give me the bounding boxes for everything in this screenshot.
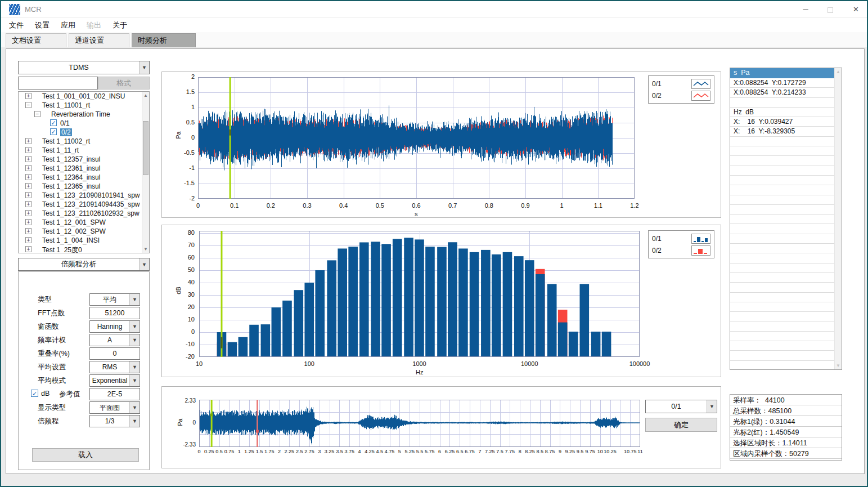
- file-tree[interactable]: +Test 1_001_001_002_INSU−Test 1_11001_rt…: [18, 91, 150, 253]
- field-select-1[interactable]: 平均▼: [89, 293, 140, 306]
- tree-item-2[interactable]: −Test 1_11001_rt: [19, 101, 149, 110]
- tab-3[interactable]: 时频分析: [132, 33, 196, 47]
- readout-row-30: [730, 361, 835, 370]
- x-tick-label: 6: [438, 449, 441, 454]
- expand-icon[interactable]: +: [25, 192, 32, 198]
- expand-icon[interactable]: +: [25, 183, 32, 189]
- expand-icon[interactable]: +: [25, 237, 32, 243]
- tree-checkbox[interactable]: ✓: [50, 128, 57, 135]
- menu-item-5[interactable]: 关于: [113, 20, 127, 30]
- readout-row-21: [730, 273, 835, 283]
- tab-2[interactable]: 通道设置: [69, 33, 129, 47]
- expand-icon[interactable]: +: [25, 165, 32, 171]
- expand-icon[interactable]: +: [25, 210, 32, 216]
- readout-scrollbar[interactable]: ▲ ▼: [834, 68, 842, 369]
- menu-item-2[interactable]: 设置: [35, 20, 50, 30]
- field-label-2: FFT点数: [38, 309, 65, 318]
- readout-row-27: [730, 332, 835, 341]
- expand-icon[interactable]: +: [25, 228, 32, 234]
- legend-item-2: 0/2: [652, 90, 710, 101]
- scroll-down-icon[interactable]: ▼: [835, 362, 842, 369]
- x-tick-label: 4.25: [365, 449, 375, 454]
- scroll-up-icon[interactable]: ▲: [835, 68, 842, 75]
- db-checkbox-label: dB: [41, 390, 50, 397]
- scroll-down-icon[interactable]: ▼: [142, 245, 149, 253]
- db-checkbox[interactable]: ✓: [31, 390, 38, 397]
- expand-icon[interactable]: +: [25, 147, 32, 153]
- tree-item-4[interactable]: ✓0/1: [19, 119, 149, 128]
- x-tick-label: 0: [196, 202, 200, 209]
- tree-item-13[interactable]: +Test 1_123_210914094435_spw: [19, 200, 149, 209]
- expand-icon[interactable]: +: [25, 174, 32, 180]
- x-tick-label: 10.25: [604, 449, 617, 454]
- tree-item-12[interactable]: +Test 1_123_210908101941_spw: [19, 191, 149, 200]
- tree-scrollbar[interactable]: ▲▼: [142, 92, 149, 253]
- field-select-9[interactable]: 平面图▼: [89, 401, 140, 414]
- tree-item-5[interactable]: ✓0/2: [19, 128, 149, 137]
- file-format-select[interactable]: TDMS ▼: [18, 61, 150, 74]
- tree-item-8[interactable]: +Test 1_12357_insul: [19, 155, 149, 164]
- scrollbar-thumb[interactable]: [143, 121, 149, 175]
- tree-item-18[interactable]: +Test 1_25度0: [19, 245, 149, 253]
- field-select-10[interactable]: 1/3▼: [89, 415, 140, 427]
- chevron-down-icon: ▼: [129, 321, 140, 332]
- load-button[interactable]: 载入: [32, 448, 139, 462]
- tree-item-10[interactable]: +Test 1_12364_insul: [19, 173, 149, 182]
- field-select-value: Hanning: [90, 323, 129, 330]
- maximize-button[interactable]: [818, 1, 843, 18]
- close-button[interactable]: ✕: [843, 1, 868, 18]
- expand-icon[interactable]: +: [25, 201, 32, 207]
- collapse-icon[interactable]: −: [34, 111, 41, 117]
- tree-item-14[interactable]: +Test 1_123_211026102932_spw: [19, 209, 149, 218]
- tree-item-1[interactable]: +Test 1_001_001_002_INSU: [19, 92, 149, 101]
- filter-input[interactable]: [18, 77, 98, 90]
- tree-item-11[interactable]: +Test 1_12365_insul: [19, 182, 149, 191]
- tree-item-16[interactable]: +Test 1_12_002_SPW: [19, 227, 149, 236]
- field-select-4[interactable]: A▼: [89, 334, 140, 346]
- confirm-button[interactable]: 确定: [645, 418, 717, 432]
- x-tick-label: 2: [278, 449, 281, 454]
- info-row-5: 选择区域时长：1.14011: [730, 437, 842, 448]
- tree-item-15[interactable]: +Test 1_12_001_SPW: [19, 218, 149, 227]
- field-label-4: 频率计权: [38, 336, 66, 345]
- field-input-5[interactable]: 0: [89, 347, 140, 360]
- expand-icon[interactable]: +: [25, 156, 32, 162]
- menu-item-1[interactable]: 文件: [9, 20, 24, 30]
- readout-row-29: [730, 351, 835, 360]
- field-select-7[interactable]: Exponential▼: [89, 374, 140, 387]
- time-waveform-plot[interactable]: [198, 77, 635, 199]
- expand-icon[interactable]: +: [25, 246, 32, 252]
- legend-item-2: 0/2: [652, 244, 710, 256]
- expand-icon[interactable]: +: [25, 219, 32, 225]
- menu-item-3[interactable]: 应用: [61, 20, 75, 30]
- field-input-2[interactable]: 51200: [89, 307, 140, 319]
- tree-item-9[interactable]: +Test 1_12361_insul: [19, 164, 149, 173]
- x-tick-label: 5.75: [425, 449, 435, 454]
- tree-item-17[interactable]: +Test 1_1_004_INSI: [19, 236, 149, 245]
- expand-icon[interactable]: +: [25, 138, 32, 144]
- analysis-type-select[interactable]: 倍频程分析 ▼: [18, 258, 150, 271]
- tab-1[interactable]: 文档设置: [6, 33, 66, 47]
- tree-item-3[interactable]: −Reverberation Time: [19, 110, 149, 119]
- tree-item-6[interactable]: +Test 1_11002_rt: [19, 137, 149, 146]
- cursor-readout-list[interactable]: s Pa X:0.088254 Y:0.172729X:0.088254 Y:0…: [730, 68, 842, 370]
- x-tick-label: 5.5: [416, 449, 424, 454]
- field-select-3[interactable]: Hanning▼: [89, 320, 140, 333]
- menu-bar: 文件设置应用输出关于: [1, 18, 867, 33]
- tree-item-label: Test 1_25度0: [42, 245, 82, 253]
- reference-value-input[interactable]: 2E-5: [89, 388, 140, 400]
- tree-item-label: 0/1: [60, 119, 70, 127]
- tree-checkbox[interactable]: ✓: [50, 119, 57, 126]
- scroll-up-icon[interactable]: ▲: [142, 92, 149, 99]
- overview-waveform-plot[interactable]: [199, 400, 640, 447]
- channel-select[interactable]: 0/1 ▼: [645, 400, 717, 413]
- third-octave-spectrum-plot[interactable]: [199, 231, 640, 357]
- tab-strip: 文档设置通道设置时频分析: [1, 33, 867, 47]
- collapse-icon[interactable]: −: [25, 102, 32, 108]
- tree-item-7[interactable]: +Test 1_11_rt: [19, 146, 149, 155]
- expand-icon[interactable]: +: [25, 93, 32, 99]
- field-select-6[interactable]: RMS▼: [89, 361, 140, 373]
- y-axis-label: dB: [175, 287, 182, 294]
- field-select-value: Exponential: [90, 377, 129, 385]
- minimize-button[interactable]: ─: [793, 1, 818, 18]
